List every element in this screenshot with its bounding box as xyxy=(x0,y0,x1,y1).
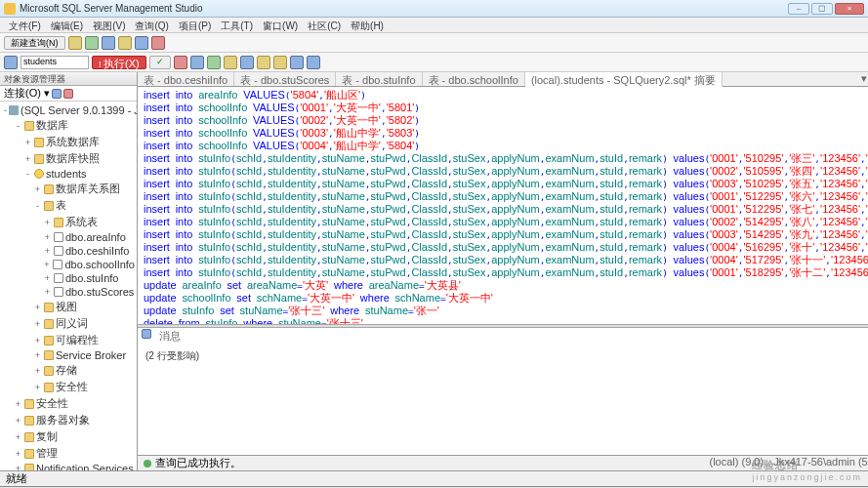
sql-editor[interactable]: insert into areaInfo VALUES('5804','船山区'… xyxy=(138,87,868,324)
document-tabs: 表 - dbo.ceshiInfo 表 - dbo.stuScores 表 - … xyxy=(138,72,868,87)
tree-item[interactable]: +dbo.stuInfo xyxy=(2,271,135,285)
tree-item[interactable]: +dbo.areaInfo xyxy=(2,230,135,244)
tree-item[interactable]: +复制 xyxy=(2,428,135,445)
menu-file[interactable]: 文件(F) xyxy=(4,18,46,32)
query-statusbar: 查询已成功执行。 (local) (9.0) Jkx417-56\admin (… xyxy=(138,455,868,470)
menu-project[interactable]: 项目(P) xyxy=(174,18,216,32)
tab-ceshi[interactable]: 表 - dbo.ceshiInfo xyxy=(138,72,234,86)
status-user: Jkx417-56\admin (52) xyxy=(773,456,868,470)
plan-icon[interactable] xyxy=(190,56,204,69)
status-ok-icon xyxy=(144,460,151,468)
tree-item[interactable]: +可编程性 xyxy=(2,332,135,348)
save-icon[interactable] xyxy=(85,36,99,50)
tree-item[interactable]: +同义词 xyxy=(2,315,135,332)
menu-help[interactable]: 帮助(H) xyxy=(346,18,389,32)
tree-item[interactable]: +dbo.schoolInfo xyxy=(2,258,135,271)
tree-item[interactable]: +dbo.stuScores xyxy=(2,285,135,299)
parse-button[interactable]: ✓ xyxy=(149,56,171,69)
object-explorer-icon[interactable] xyxy=(135,36,148,50)
tree-item[interactable]: +视图 xyxy=(2,299,135,315)
execute-button[interactable]: ! 执行(X) xyxy=(92,56,146,69)
uncomment-icon[interactable] xyxy=(307,56,320,69)
minimize-button[interactable]: – xyxy=(788,3,809,15)
refresh-icon[interactable] xyxy=(52,89,62,99)
new-query-button[interactable]: 新建查询(N) xyxy=(4,36,65,50)
tree-item[interactable]: -(SQL Server 9.0.1399 - Jkx417-56\admin xyxy=(2,103,135,117)
filter-icon[interactable] xyxy=(63,89,73,99)
save-all-icon[interactable] xyxy=(102,36,115,50)
object-explorer: 对象资源管理器 连接(O) ▾ -(SQL Server 9.0.1399 - … xyxy=(0,72,138,470)
menu-tools[interactable]: 工具(T) xyxy=(216,18,258,32)
results-file-icon[interactable] xyxy=(240,56,254,69)
tab-active-query[interactable]: (local).students - SQLQuery2.sql* 摘要 xyxy=(525,72,723,87)
indent-icon[interactable] xyxy=(257,56,270,69)
tree-item[interactable]: -表 xyxy=(2,197,135,214)
menu-community[interactable]: 社区(C) xyxy=(303,18,346,32)
toolbar-2: students ! 执行(X) ✓ xyxy=(0,53,868,72)
results-text-icon[interactable] xyxy=(224,56,237,69)
tree-item[interactable]: +Notification Services xyxy=(2,462,135,470)
connect-dropdown[interactable]: 连接(O) ▾ xyxy=(4,86,50,101)
tree-item[interactable]: +数据库快照 xyxy=(2,150,135,167)
database-dropdown[interactable]: students xyxy=(21,56,89,69)
status-text: 查询已成功执行。 xyxy=(155,456,241,470)
titlebar: Microsoft SQL Server Management Studio –… xyxy=(0,0,868,18)
tab-stuinfo[interactable]: 表 - dbo.stuInfo xyxy=(336,72,422,86)
tree-item[interactable]: +系统数据库 xyxy=(2,134,135,150)
toolbar-1: 新建查询(N) xyxy=(0,33,868,53)
app-title: Microsoft SQL Server Management Studio xyxy=(20,3,788,14)
connect-icon[interactable] xyxy=(4,56,18,69)
comment-icon[interactable] xyxy=(290,56,304,69)
maximize-button[interactable]: ▢ xyxy=(811,3,833,15)
results-pane: 消息 (2 行受影响) xyxy=(138,328,868,455)
stop-icon[interactable] xyxy=(174,56,187,69)
tree-item[interactable]: +服务器对象 xyxy=(2,412,135,428)
tab-schoolinfo[interactable]: 表 - dbo.schoolInfo xyxy=(423,72,525,86)
menu-query[interactable]: 查询(Q) xyxy=(130,18,173,32)
tree-item[interactable]: +存储 xyxy=(2,362,135,379)
tree-item[interactable]: +dbo.ceshiInfo xyxy=(2,244,135,258)
menubar: 文件(F) 编辑(E) 视图(V) 查询(Q) 项目(P) 工具(T) 窗口(W… xyxy=(0,18,868,33)
menu-edit[interactable]: 编辑(E) xyxy=(46,18,88,32)
status-server: (local) (9.0) xyxy=(710,456,765,470)
tree-item[interactable]: -数据库 xyxy=(2,117,135,134)
tree: -(SQL Server 9.0.1399 - Jkx417-56\admin-… xyxy=(0,102,137,470)
menu-window[interactable]: 窗口(W) xyxy=(258,18,303,32)
tree-item[interactable]: -students xyxy=(2,167,135,181)
app-status-text: 就绪 xyxy=(6,471,27,486)
properties-icon[interactable] xyxy=(151,36,165,50)
tab-nav-dropdown[interactable]: ▾ xyxy=(857,72,868,86)
tree-item[interactable]: +管理 xyxy=(2,445,135,462)
close-button[interactable]: × xyxy=(835,3,864,15)
tab-stuscores[interactable]: 表 - dbo.stuScores xyxy=(234,72,336,86)
folder-icon[interactable] xyxy=(118,36,132,50)
outdent-icon[interactable] xyxy=(273,56,287,69)
results-message: (2 行受影响) xyxy=(138,342,868,455)
results-tab-messages[interactable]: 消息 xyxy=(155,329,185,341)
open-icon[interactable] xyxy=(68,36,82,50)
tree-item[interactable]: +安全性 xyxy=(2,379,135,395)
tree-item[interactable]: +数据库关系图 xyxy=(2,181,135,197)
tree-item[interactable]: +系统表 xyxy=(2,214,135,230)
tree-item[interactable]: +Service Broker xyxy=(2,348,135,362)
tree-item[interactable]: +安全性 xyxy=(2,395,135,412)
messages-icon xyxy=(142,329,151,339)
app-statusbar: 就绪 xyxy=(0,470,868,486)
results-grid-icon[interactable] xyxy=(207,56,221,69)
app-icon xyxy=(4,3,16,15)
menu-view[interactable]: 视图(V) xyxy=(88,18,130,32)
sidebar-header: 对象资源管理器 xyxy=(0,72,137,86)
